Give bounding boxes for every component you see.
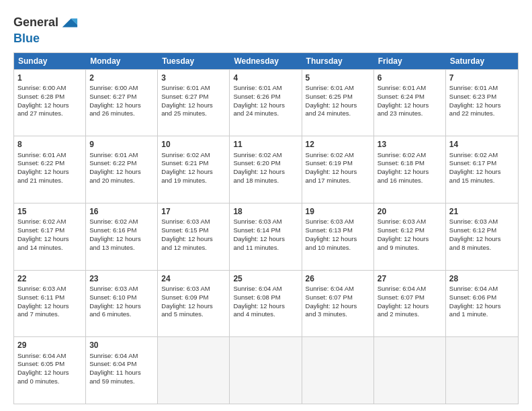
day-info-line: Sunset: 6:11 PM — [17, 293, 82, 302]
day-info-line: Sunrise: 6:03 AM — [89, 285, 154, 293]
day-info-line: and 9 minutes. — [378, 244, 442, 253]
day-info-line: and 27 minutes. — [17, 109, 82, 118]
calendar-row-5: 29Sunrise: 6:04 AMSunset: 6:05 PMDayligh… — [14, 336, 518, 404]
day-info-line: Sunset: 6:24 PM — [378, 93, 442, 101]
day-info-line: and 1 minute. — [449, 310, 515, 319]
calendar-body: 1Sunrise: 6:00 AMSunset: 6:28 PMDaylight… — [14, 69, 518, 404]
logo-text-general: General — [13, 16, 58, 30]
day-info-line: Sunset: 6:05 PM — [17, 360, 82, 369]
day-cell-12: 12Sunrise: 6:02 AMSunset: 6:19 PMDayligh… — [302, 136, 374, 203]
day-number: 23 — [89, 273, 154, 284]
day-cell-3: 3Sunrise: 6:01 AMSunset: 6:27 PMDaylight… — [158, 70, 230, 136]
day-number: 19 — [306, 206, 370, 217]
day-info-line: Sunset: 6:20 PM — [233, 159, 298, 168]
day-info-line: Sunset: 6:16 PM — [89, 226, 154, 235]
day-info-line: and 8 minutes. — [449, 244, 515, 253]
day-number: 27 — [378, 273, 442, 284]
day-cell-2: 2Sunrise: 6:00 AMSunset: 6:27 PMDaylight… — [86, 70, 158, 136]
day-number: 4 — [233, 73, 298, 83]
day-cell-13: 13Sunrise: 6:02 AMSunset: 6:18 PMDayligh… — [374, 136, 446, 203]
day-info-line: Sunrise: 6:01 AM — [17, 151, 82, 160]
day-cell-21: 21Sunrise: 6:03 AMSunset: 6:12 PMDayligh… — [446, 203, 518, 270]
day-info-line: and 18 minutes. — [233, 177, 298, 185]
page-header: General Blue — [13, 11, 519, 46]
day-info-line: and 24 minutes. — [306, 109, 370, 118]
day-info-line: Sunset: 6:27 PM — [161, 93, 226, 101]
day-info-line: and 4 minutes. — [233, 310, 298, 319]
logo: General Blue — [13, 13, 79, 46]
day-info-line: Daylight: 12 hours — [89, 302, 154, 311]
day-info-line: Daylight: 12 hours — [89, 168, 154, 177]
day-info-line: Daylight: 12 hours — [378, 302, 442, 311]
day-cell-30: 30Sunrise: 6:04 AMSunset: 6:04 PMDayligh… — [86, 337, 158, 404]
day-info-line: Sunrise: 6:02 AM — [378, 151, 442, 160]
day-info-line: Sunrise: 6:03 AM — [233, 218, 298, 226]
day-info-line: Sunset: 6:25 PM — [306, 93, 370, 101]
day-info-line: Sunrise: 6:00 AM — [17, 84, 82, 93]
day-header-saturday: Saturday — [446, 53, 518, 69]
day-cell-1: 1Sunrise: 6:00 AMSunset: 6:28 PMDaylight… — [14, 70, 86, 136]
day-cell-16: 16Sunrise: 6:02 AMSunset: 6:16 PMDayligh… — [86, 203, 158, 270]
day-info-line: Sunset: 6:08 PM — [233, 293, 298, 302]
day-info-line: and 16 minutes. — [378, 177, 442, 185]
day-info-line: and 14 minutes. — [17, 244, 82, 253]
day-info-line: Sunrise: 6:04 AM — [449, 285, 515, 293]
day-info-line: Sunrise: 6:00 AM — [89, 84, 154, 93]
day-cell-6: 6Sunrise: 6:01 AMSunset: 6:24 PMDaylight… — [374, 70, 446, 136]
day-info-line: Sunrise: 6:02 AM — [306, 151, 370, 160]
day-info-line: Daylight: 12 hours — [17, 302, 82, 311]
day-info-line: Sunset: 6:21 PM — [161, 159, 226, 168]
day-number: 29 — [17, 340, 82, 351]
empty-cell — [446, 337, 518, 404]
day-number: 30 — [89, 340, 154, 351]
day-info-line: Sunset: 6:09 PM — [161, 293, 226, 302]
empty-cell — [158, 337, 230, 404]
day-info-line: and 24 minutes. — [233, 109, 298, 118]
day-info-line: Sunset: 6:12 PM — [449, 226, 515, 235]
day-info-line: Daylight: 12 hours — [306, 168, 370, 177]
day-info-line: and 22 minutes. — [449, 109, 515, 118]
day-cell-4: 4Sunrise: 6:01 AMSunset: 6:26 PMDaylight… — [230, 70, 302, 136]
day-number: 17 — [161, 206, 226, 217]
day-info-line: and 23 minutes. — [378, 109, 442, 118]
day-info-line: and 0 minutes. — [17, 377, 82, 386]
day-info-line: Daylight: 11 hours — [89, 369, 154, 377]
calendar-row-1: 1Sunrise: 6:00 AMSunset: 6:28 PMDaylight… — [14, 69, 518, 136]
day-info-line: Sunset: 6:23 PM — [449, 93, 515, 101]
day-info-line: Sunset: 6:27 PM — [89, 93, 154, 101]
day-number: 11 — [233, 139, 298, 150]
day-info-line: Daylight: 12 hours — [17, 369, 82, 377]
day-number: 8 — [17, 139, 82, 150]
calendar-row-2: 8Sunrise: 6:01 AMSunset: 6:22 PMDaylight… — [14, 136, 518, 203]
day-number: 12 — [306, 139, 370, 150]
day-number: 7 — [449, 73, 515, 83]
day-cell-28: 28Sunrise: 6:04 AMSunset: 6:06 PMDayligh… — [446, 271, 518, 337]
day-info-line: Sunset: 6:17 PM — [17, 226, 82, 235]
day-info-line: Sunrise: 6:01 AM — [449, 84, 515, 93]
day-info-line: Daylight: 12 hours — [17, 168, 82, 177]
day-info-line: Daylight: 12 hours — [449, 235, 515, 244]
day-cell-7: 7Sunrise: 6:01 AMSunset: 6:23 PMDaylight… — [446, 70, 518, 136]
day-info-line: Sunset: 6:13 PM — [306, 226, 370, 235]
day-info-line: Sunset: 6:22 PM — [17, 159, 82, 168]
day-info-line: Sunrise: 6:01 AM — [233, 84, 298, 93]
day-info-line: Daylight: 12 hours — [161, 168, 226, 177]
day-info-line: Daylight: 12 hours — [161, 235, 226, 244]
day-info-line: Sunset: 6:04 PM — [89, 360, 154, 369]
day-info-line: Daylight: 12 hours — [89, 101, 154, 110]
day-info-line: Sunrise: 6:04 AM — [89, 352, 154, 361]
day-cell-9: 9Sunrise: 6:01 AMSunset: 6:22 PMDaylight… — [86, 136, 158, 203]
day-info-line: Daylight: 12 hours — [89, 235, 154, 244]
day-header-friday: Friday — [374, 53, 446, 69]
day-info-line: Daylight: 12 hours — [378, 168, 442, 177]
day-number: 20 — [378, 206, 442, 217]
day-info-line: Daylight: 12 hours — [306, 235, 370, 244]
day-info-line: Daylight: 12 hours — [449, 302, 515, 311]
day-info-line: Sunrise: 6:02 AM — [17, 218, 82, 226]
day-cell-17: 17Sunrise: 6:03 AMSunset: 6:15 PMDayligh… — [158, 203, 230, 270]
day-cell-19: 19Sunrise: 6:03 AMSunset: 6:13 PMDayligh… — [302, 203, 374, 270]
day-cell-25: 25Sunrise: 6:04 AMSunset: 6:08 PMDayligh… — [230, 271, 302, 337]
day-info-line: Sunrise: 6:03 AM — [449, 218, 515, 226]
day-number: 14 — [449, 139, 515, 150]
day-info-line: Daylight: 12 hours — [378, 235, 442, 244]
